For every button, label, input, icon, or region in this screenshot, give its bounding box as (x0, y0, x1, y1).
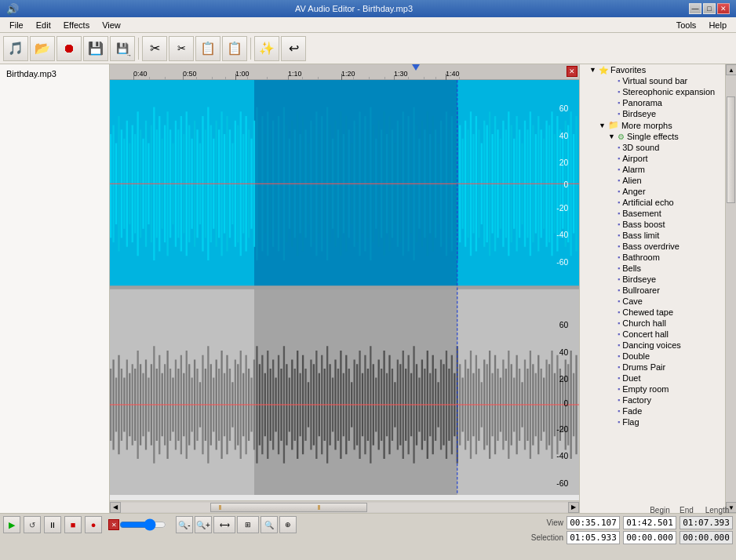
magic-button[interactable]: ✨ (254, 36, 279, 61)
volume-slider[interactable] (119, 520, 166, 529)
view-begin-box[interactable]: 00:35.107 (567, 516, 620, 529)
wave-area: 0:40 0:50 1:00 1:10 1:20 1:30 1:40 (110, 64, 579, 513)
zoom-reset-button[interactable]: 🔍 (261, 516, 278, 533)
close-button[interactable]: ✕ (717, 3, 730, 14)
effect-flag[interactable]: ▪ Flag (580, 416, 725, 427)
effect-bells[interactable]: ▪ Bells (580, 263, 725, 274)
effect-drums-pair[interactable]: ▪ Drums Pair (580, 362, 725, 373)
end-label: End (675, 506, 698, 515)
single-effects-folder[interactable]: ▼ ⚙ Single effects (580, 131, 725, 142)
open-audio-button[interactable]: 🎵 (3, 36, 28, 61)
mute-icon[interactable]: ✕ (108, 519, 119, 530)
menu-effects[interactable]: Effects (57, 19, 96, 31)
window-controls: — □ ✕ (689, 3, 730, 14)
effect-panorama[interactable]: ▪ Panorama (580, 97, 725, 108)
favorites-folder[interactable]: ▼ ⭐ Favorites (580, 64, 725, 75)
effect-stereophonic[interactable]: ▪ Stereophonic expansion (580, 86, 725, 97)
play-button[interactable]: ▶ (3, 516, 20, 533)
app-icon: 🔊 (6, 3, 19, 15)
effect-church-hall[interactable]: ▪ Church hall (580, 318, 725, 329)
effect-chewed-tape[interactable]: ▪ Chewed tape (580, 307, 725, 318)
effect-bullroarer[interactable]: ▪ Bullroarer (580, 285, 725, 296)
zoom-in-button[interactable]: 🔍+ (195, 516, 212, 533)
undo-button[interactable]: ↩ (281, 36, 306, 61)
effect-basement[interactable]: ▪ Basement (580, 208, 725, 219)
toolbar-separator-2 (250, 38, 251, 60)
scroll-thumb-h[interactable] (210, 503, 367, 512)
item-icon: ▪ (618, 77, 620, 85)
scroll-left-arrow[interactable]: ◀ (110, 502, 121, 513)
effect-dancing-voices[interactable]: ▪ Dancing voices (580, 340, 725, 351)
effect-birdseye[interactable]: ▪ Birdseye (580, 274, 725, 285)
effect-factory[interactable]: ▪ Factory (580, 395, 725, 405)
zoom-fit-button[interactable]: ⊞ (237, 516, 259, 533)
record-transport-button[interactable]: ● (85, 516, 102, 533)
menu-edit[interactable]: Edit (30, 19, 57, 31)
menu-view[interactable]: View (96, 19, 127, 31)
item-icon: ▪ (618, 308, 620, 316)
main-area: Birthday.mp3 0:40 0:50 1:00 1:10 1:20 1:… (0, 64, 736, 513)
effect-bathroom[interactable]: ▪ Bathroom (580, 252, 725, 263)
menu-file[interactable]: File (3, 19, 30, 31)
sel-begin-box[interactable]: 01:05.933 (567, 531, 620, 544)
menu-bar: File Edit Effects View Tools Help (0, 17, 736, 33)
save-button[interactable]: 💾 (83, 36, 108, 61)
effect-concert-hall[interactable]: ▪ Concert hall (580, 329, 725, 340)
zoom-custom-button[interactable]: ⊕ (279, 516, 297, 533)
open-folder-button[interactable]: 📂 (30, 36, 55, 61)
vertical-scrollbar[interactable]: ▲ ▼ (725, 64, 736, 513)
effect-fade[interactable]: ▪ Fade (580, 405, 725, 416)
record-button[interactable]: ⏺ (56, 36, 82, 61)
menu-right: Tools Help (670, 19, 733, 31)
zoom-out-button[interactable]: 🔍- (176, 516, 193, 533)
file-entry[interactable]: Birthday.mp3 (3, 67, 106, 80)
begin-label: Begin (648, 506, 672, 515)
copy-button[interactable]: 📋 (195, 36, 220, 61)
item-icon: ▪ (618, 155, 620, 162)
effect-bass-boost[interactable]: ▪ Bass boost (580, 219, 725, 230)
effect-3d-sound[interactable]: ▪ 3D sound (580, 142, 725, 153)
effect-airport[interactable]: ▪ Airport (580, 153, 725, 164)
stop-button[interactable]: ■ (64, 516, 82, 533)
effect-bass-overdrive[interactable]: ▪ Bass overdrive (580, 241, 725, 252)
maximize-button[interactable]: □ (703, 3, 716, 14)
scroll-right-arrow[interactable]: ▶ (568, 502, 579, 513)
paste-button[interactable]: 📋 (222, 36, 247, 61)
effect-anger[interactable]: ▪ Anger (580, 186, 725, 197)
effect-artificial-echo[interactable]: ▪ Artificial echo (580, 197, 725, 208)
svg-text:60: 60 (559, 104, 569, 113)
effect-alien[interactable]: ▪ Alien (580, 175, 725, 186)
pause-button[interactable]: ⏸ (44, 516, 61, 533)
cut-button[interactable]: ✂ (169, 36, 194, 61)
effect-duet[interactable]: ▪ Duet (580, 373, 725, 384)
horizontal-scrollbar[interactable]: ◀ ▶ (110, 500, 579, 513)
sel-end-box[interactable]: 00:00.000 (623, 531, 676, 544)
menu-help[interactable]: Help (702, 19, 733, 31)
wave-close-button[interactable]: ✕ (567, 66, 578, 77)
ruler-label-050: 0:50 (183, 70, 197, 78)
svg-text:-20: -20 (556, 204, 568, 213)
loop-button[interactable]: ↺ (24, 516, 41, 533)
scroll-thumb-v[interactable] (727, 96, 735, 203)
zoom-selection-button[interactable]: ⟷ (213, 516, 235, 533)
effect-cave[interactable]: ▪ Cave (580, 296, 725, 307)
window-title: AV Audio Editor - Birthday.mp3 (295, 4, 413, 13)
menu-tools[interactable]: Tools (670, 19, 703, 31)
effect-birdseye-fav[interactable]: ▪ Birdseye (580, 108, 725, 119)
svg-text:20: 20 (559, 158, 569, 167)
effect-double[interactable]: ▪ Double (580, 351, 725, 362)
effect-bass-limit[interactable]: ▪ Bass limit (580, 230, 725, 241)
item-icon: ▪ (618, 220, 620, 228)
effect-virtual-sound-bar[interactable]: ▪ Virtual sound bar (580, 75, 725, 86)
length-label: Length (701, 506, 733, 515)
waveform-display[interactable]: 60 40 20 0 -20 -40 -60 (110, 80, 579, 495)
minimize-button[interactable]: — (689, 3, 701, 14)
effect-alarm[interactable]: ▪ Alarm (580, 164, 725, 175)
scroll-up-arrow[interactable]: ▲ (726, 64, 736, 75)
view-end-box[interactable]: 01:42.501 (623, 516, 676, 529)
item-icon: ▪ (618, 88, 620, 96)
save-as-button[interactable]: 💾→ (110, 36, 135, 61)
scissors-button[interactable]: ✂ (142, 36, 167, 61)
effect-empty-room[interactable]: ▪ Empty room (580, 384, 725, 395)
more-morphs-folder[interactable]: ▼ 📁 More morphs (580, 119, 725, 131)
